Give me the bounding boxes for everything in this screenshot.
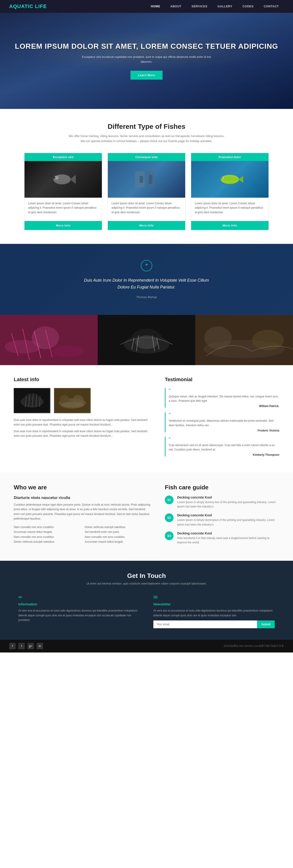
info-text: Duis aute irure dolor in reprehenderit i… [14, 418, 151, 438]
nav-links: HOME ABOUT SERVICES GALLERY CODES CONTAC… [146, 0, 284, 13]
fish-card-3-text: Lorem ipsum dolor sit amet. Lorem Consec… [195, 201, 265, 215]
social-icons: f t g+ in [9, 643, 43, 649]
fish-care-content-1: Decking concrete Kool Lorem ipsum is sim… [177, 496, 279, 509]
testimonial-2-author: Frederic Victoria [169, 429, 279, 432]
testimonial-2-text: Vestibulum et consequat justo. Maecenas … [169, 419, 279, 427]
fish-card-1: Excepteur sint Lorem ipsum dolor sit ame [24, 153, 102, 230]
info-text: At vero eos et accusamus et iusto odio d… [18, 608, 140, 622]
fishes-section: Different Type of Fishes We offer horse … [0, 109, 293, 244]
nav-codes[interactable]: CODES [237, 0, 259, 13]
fishes-subtitle: We offer horse training, riding lessons,… [66, 134, 227, 144]
email-input[interactable] [153, 620, 257, 628]
footer-copyright: 你访问的网址 bbs.xitenilac.com免费下载不转发不分享 [224, 644, 284, 648]
who-col-1: Nam convallis non eros curabitur. Accums… [14, 525, 80, 545]
hero-subtitle: Excepteur sint occaecat cupidatat non pr… [78, 55, 215, 64]
latest-info-title: Latest info [14, 377, 151, 382]
who-columns: Nam convallis non eros curabitur. Accums… [14, 525, 151, 545]
pencil-icon: ✏ [18, 594, 140, 600]
info-img-2 [54, 388, 91, 413]
quote-text: Duis Aute Irure Dolor In Reprehenderit I… [78, 277, 215, 291]
svg-rect-10 [149, 175, 152, 184]
twitter-icon[interactable]: t [18, 643, 25, 649]
who-fishcare-section: Who we are Diarturie ntots nascetur ricu… [0, 472, 293, 561]
who-we-are: Who we are Diarturie ntots nascetur ricu… [14, 484, 151, 549]
fish-care-text-1: Lorem ipsum is simply dummy text of the … [177, 500, 279, 509]
googleplus-icon[interactable]: g+ [27, 643, 34, 649]
gallery-strip [0, 315, 293, 365]
fish-card-2-text: Lorem ipsum dolor sit amet. Lorem Consec… [112, 201, 181, 215]
nav-services[interactable]: SERVICES [186, 0, 213, 13]
gallery-item-3 [195, 315, 293, 365]
touch-col-newsletter: ✉ Newsletter At vero eos et accusamus et… [153, 594, 275, 628]
get-in-touch-section: Get In Touch Ut enim ad minima veniam, q… [0, 561, 293, 640]
nav-gallery[interactable]: GALLERY [212, 0, 237, 13]
fish-img-1 [25, 161, 102, 198]
get-in-touch-subtitle: Ut enim ad minima veniam, quis nostrum e… [18, 582, 275, 585]
fish-care-num-3: 03 [165, 531, 174, 540]
hero-cta-button[interactable]: Learn More [130, 71, 162, 80]
svg-marker-12 [238, 176, 243, 183]
fish-care: Fish care guide 01 Decking concrete Kool… [165, 484, 279, 549]
submit-button[interactable]: Submit [257, 620, 275, 628]
nav-contact[interactable]: CONTACT [259, 0, 284, 13]
info-text-2: Duis aute irure dolor in reprehenderit i… [14, 429, 151, 438]
svg-point-26 [135, 335, 158, 349]
who-col-2-item-4: Accumsan mauris tellus feugiat. [85, 539, 151, 545]
fish-card-2-img [108, 161, 185, 198]
testimonial-1-quote-icon: " [169, 388, 279, 393]
who-col-2-item-3: Nam convallis non eros curabitur. [85, 535, 151, 540]
facebook-icon[interactable]: f [9, 643, 16, 649]
testimonial-3-quote-icon: " [169, 437, 279, 442]
nav-home[interactable]: HOME [146, 0, 165, 13]
quote-author: Thomas Bishop [18, 296, 275, 299]
fishes-title: Different Type of Fishes [18, 123, 275, 130]
info-testimonial-section: Latest info [0, 365, 293, 472]
who-title: Who we are [14, 484, 151, 491]
svg-point-34 [252, 330, 284, 350]
gallery-item-2 [98, 315, 196, 365]
nav-about[interactable]: ABOUT [165, 0, 186, 13]
fish-card-2-body: Lorem ipsum dolor sit amet. Lorem Consec… [108, 198, 185, 221]
who-col-2-item-2: Set hendrerit enim non justo. [85, 530, 151, 535]
fish-img-2 [108, 161, 185, 198]
fish-card-3-img [191, 161, 268, 198]
linkedin-icon[interactable]: in [37, 643, 43, 649]
fish-card-3-body: Lorem ipsum dolor sit amet. Lorem Consec… [191, 198, 268, 221]
who-col-2-item-1: Donec vehicula suscipit oaesibus. [85, 525, 151, 530]
testimonial-item-2: " Vestibulum et consequat justo. Maecena… [165, 412, 279, 432]
fish-img-3 [191, 161, 268, 198]
fish-care-num-2: 02 [165, 514, 174, 522]
fish-care-item-3: 03 Decking concrete Kool How wonderful i… [165, 531, 279, 545]
who-col-1-item-1: Nam convallis non eros curabitur. [14, 525, 80, 530]
testimonial-3-author: Kimberly Thompson [169, 453, 279, 457]
newsletter-label: Newsletter [153, 602, 275, 606]
info-label: Information [18, 602, 140, 606]
testimonial-1-author: William Patrick. [169, 404, 279, 408]
who-subtitle: Diarturie ntots nascetur riculla [14, 496, 151, 500]
fish-card-3-header: Praesebul dolor [191, 153, 268, 161]
gallery-item-1 [0, 315, 98, 365]
fish-card-2: Consequat ante Lorem ipsum dolor sit ame… [108, 153, 185, 230]
touch-col-info: ✏ Information At vero eos et accusamus e… [18, 594, 140, 628]
svg-point-37 [24, 393, 40, 406]
quote-icon: ❝ [141, 260, 152, 271]
testimonial-section: Testimonial " Quisque varius, nibh ac fe… [165, 377, 279, 461]
fish-card-2-header: Consequat ante [108, 153, 185, 161]
fish-care-title: Fish care guide [165, 484, 279, 491]
fish-care-title-1: Decking concrete Kool [177, 496, 279, 499]
hero-title: LOREM IPSUM DOLOR SIT AMET, LOREM CONSEC… [15, 42, 278, 51]
fish-card-1-more-button[interactable]: More Info [25, 221, 102, 230]
footer: f t g+ in 你访问的网址 bbs.xitenilac.com免费下载不转… [0, 640, 293, 652]
hero-content: LOREM IPSUM DOLOR SIT AMET, LOREM CONSEC… [15, 42, 278, 80]
latest-info: Latest info [14, 377, 151, 461]
fish-card-3-more-button[interactable]: More Info [191, 221, 268, 230]
who-col-1-item-4: Donec vehicula suscipit oaesibus. [14, 539, 80, 545]
fish-care-title-3: Decking concrete Kool [177, 531, 279, 535]
navbar: AQUATIC LIFE HOME ABOUT SERVICES GALLERY… [0, 0, 293, 13]
newsletter-form: Submit [153, 620, 275, 628]
fish-card-2-more-button[interactable]: More Info [108, 221, 185, 230]
who-col-1-item-3: Nam convallis non eros curabitur. [14, 535, 80, 540]
who-text: Curabitur pellentesque neque eget diam p… [14, 502, 151, 521]
testimonial-2-quote-icon: " [169, 412, 279, 417]
fish-card-1-header: Excepteur sint [25, 153, 102, 161]
